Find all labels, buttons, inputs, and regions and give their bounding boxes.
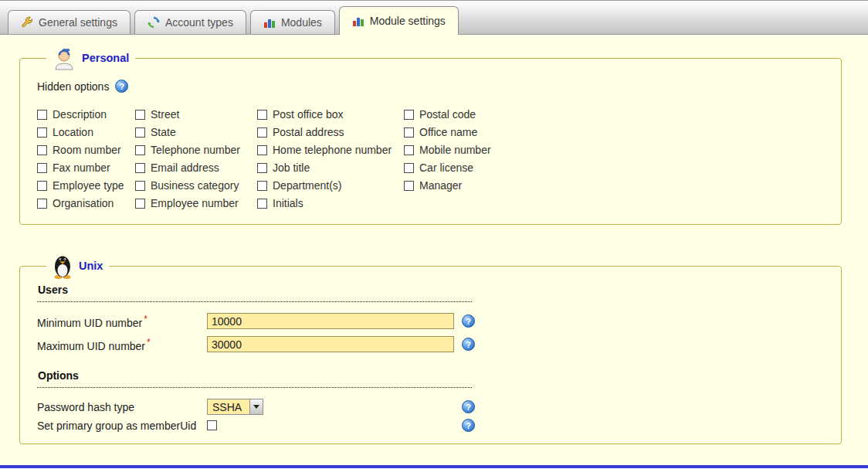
personal-fieldset: Personal Hidden options ? DescriptionStr… (19, 46, 842, 225)
checkbox-row: DescriptionStreetPost office boxPostal c… (37, 105, 566, 123)
unix-legend: Unix (46, 253, 109, 279)
hidden-option-checkbox[interactable] (135, 110, 145, 120)
content-area: Personal Hidden options ? DescriptionStr… (0, 35, 868, 468)
hidden-option-label: Job title (273, 161, 310, 174)
hidden-option-label: Initials (273, 197, 303, 209)
wrench-icon (21, 16, 33, 29)
tab-modules[interactable]: Modules (250, 10, 335, 34)
personal-legend: Personal (46, 46, 135, 70)
help-icon[interactable]: ? (462, 400, 475, 413)
help-icon[interactable]: ? (462, 419, 475, 432)
member-uid-label: Set primary group as memberUid (37, 420, 207, 432)
hidden-option-checkbox[interactable] (404, 181, 414, 191)
member-uid-row: Set primary group as memberUid ? (37, 419, 826, 432)
unix-title: Unix (79, 260, 103, 272)
checkbox-row: Employee typeBusiness categoryDepartment… (37, 176, 566, 194)
hidden-option-label: Location (53, 126, 93, 138)
hidden-option-checkbox[interactable] (135, 127, 145, 138)
hidden-option-label: Fax number (53, 161, 110, 174)
hidden-option-checkbox[interactable] (257, 110, 267, 120)
required-marker: * (144, 314, 147, 325)
refresh-arrows-icon (147, 16, 160, 29)
max-uid-label: Maximum UID number* (37, 337, 207, 352)
tab-account-types[interactable]: Account types (134, 10, 246, 34)
checkbox-row: OrganisationEmployee numberInitials (37, 194, 566, 212)
hidden-option-checkbox[interactable] (37, 199, 47, 209)
hidden-option-label: Telephone number (151, 144, 240, 156)
hidden-option-checkbox[interactable] (257, 181, 267, 191)
hidden-option-checkbox[interactable] (135, 163, 145, 173)
min-uid-row: Minimum UID number* ? (37, 313, 826, 329)
users-section-header: Users (37, 282, 472, 302)
hidden-option-checkbox[interactable] (135, 199, 145, 209)
hidden-option-label: Employee number (151, 197, 239, 209)
tab-label: Modules (281, 16, 322, 29)
chevron-down-icon (253, 405, 259, 409)
password-hash-label: Password hash type (37, 401, 207, 413)
hidden-option-checkbox[interactable] (257, 163, 267, 173)
hidden-option-checkbox[interactable] (135, 181, 145, 191)
hidden-option-label: Description (53, 108, 107, 121)
min-uid-label: Minimum UID number* (37, 314, 207, 329)
hidden-option-label: Postal address (273, 126, 344, 138)
hidden-option-checkbox[interactable] (257, 127, 267, 138)
help-icon[interactable]: ? (462, 314, 475, 328)
hidden-option-label: Home telephone number (273, 144, 392, 156)
tab-label: General settings (39, 16, 117, 29)
password-hash-select[interactable]: SSHA (207, 399, 263, 415)
unix-fieldset: Unix Users Minimum UID number* ? Maximum… (19, 253, 842, 444)
maximum-uid-input[interactable] (207, 336, 454, 352)
hidden-option-label: Employee type (53, 179, 124, 192)
hidden-option-checkbox[interactable] (404, 127, 414, 138)
blocks-chart-icon (352, 15, 364, 27)
required-marker: * (147, 337, 151, 348)
select-dropdown-button[interactable] (249, 399, 263, 414)
hidden-options-row: Hidden options ? (37, 80, 826, 93)
hidden-options-label: Hidden options (37, 80, 109, 93)
help-icon[interactable]: ? (462, 338, 475, 351)
hidden-option-label: Manager (419, 179, 462, 192)
tab-module-settings[interactable]: Module settings (339, 6, 459, 35)
hidden-option-checkbox[interactable] (37, 110, 47, 120)
hidden-option-label: Office name (419, 126, 477, 138)
hidden-option-label: Organisation (53, 197, 114, 209)
hidden-option-checkbox[interactable] (404, 163, 414, 173)
hidden-option-checkbox[interactable] (37, 181, 47, 191)
password-hash-value: SSHA (208, 399, 249, 414)
hidden-option-checkbox[interactable] (37, 145, 47, 155)
page: General settings Account types Modules M… (0, 0, 868, 468)
hidden-option-label: Postal code (419, 108, 476, 121)
hidden-option-checkbox[interactable] (404, 110, 414, 120)
checkbox-row: Fax numberEmail addressJob titleCar lice… (37, 158, 566, 176)
tab-label: Account types (165, 16, 233, 29)
penguin-icon (53, 253, 73, 279)
hidden-option-checkbox[interactable] (37, 127, 47, 138)
help-icon[interactable]: ? (115, 80, 128, 93)
blocks-chart-icon (263, 16, 276, 29)
hidden-option-checkbox[interactable] (37, 163, 47, 173)
person-icon (53, 46, 76, 70)
max-uid-row: Maximum UID number* ? (37, 336, 826, 352)
hidden-option-label: Car license (419, 161, 473, 174)
hidden-option-checkbox[interactable] (404, 145, 414, 155)
checkbox-row: LocationStatePostal addressOffice name (37, 123, 566, 141)
tab-label: Module settings (370, 15, 446, 27)
hidden-option-label: Post office box (273, 108, 344, 121)
hidden-option-label: State (151, 126, 176, 138)
hidden-option-checkbox[interactable] (135, 145, 145, 155)
options-section-header: Options (37, 368, 472, 388)
hidden-option-label: Room number (53, 144, 121, 156)
personal-title: Personal (82, 52, 129, 64)
hidden-option-label: Street (151, 108, 179, 121)
personal-checkbox-grid: DescriptionStreetPost office boxPostal c… (37, 105, 566, 212)
hidden-option-label: Department(s) (273, 179, 341, 192)
hidden-option-checkbox[interactable] (257, 199, 267, 209)
hidden-option-checkbox[interactable] (257, 145, 267, 155)
tab-general-settings[interactable]: General settings (8, 10, 131, 34)
minimum-uid-input[interactable] (207, 313, 454, 329)
hidden-option-label: Business category (151, 179, 239, 192)
tab-bar: General settings Account types Modules M… (0, 0, 868, 35)
hidden-option-label: Mobile number (419, 144, 491, 156)
hidden-option-label: Email address (151, 161, 219, 174)
member-uid-checkbox[interactable] (207, 420, 217, 430)
